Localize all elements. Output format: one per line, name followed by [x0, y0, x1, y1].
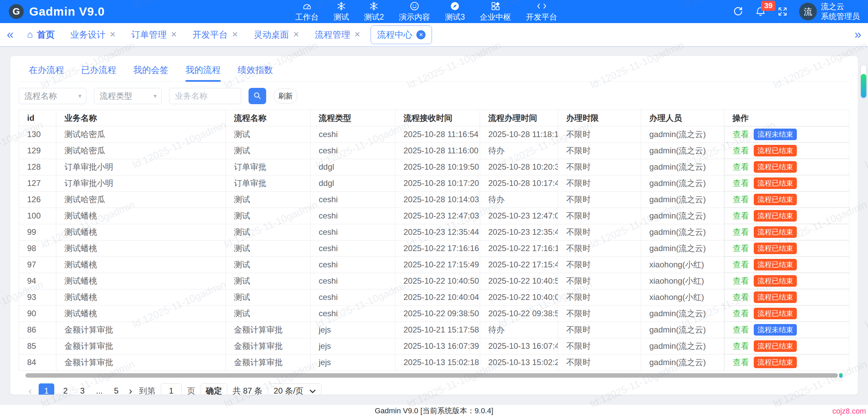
close-icon[interactable]: ✕ — [171, 30, 177, 39]
cell-flow-name: 金额计算审批 — [226, 354, 311, 371]
filter-bar: 流程名称 ▾ 流程类型 ▾ 刷新 — [19, 88, 849, 104]
table-row: 99 测试蟠桃 测试 ceshi 2025-10-23 12:35:44 202… — [19, 224, 849, 240]
cell-handled-time: 2025-10-22 17:16:16 — [480, 240, 558, 257]
content-card: 在办流程 已办流程 我的会签 我的流程 绩效指数 流程名称 ▾ 流程类型 ▾ — [10, 56, 858, 395]
cell-handler: gadmin(流之云) — [641, 224, 724, 240]
goto-label: 到第 — [139, 385, 155, 395]
nav-item-demo-content[interactable]: 演示内容 — [399, 1, 430, 22]
tabs-scroll-right-icon[interactable]: » — [854, 29, 861, 41]
tab-item[interactable]: 灵动桌面 ✕ — [248, 25, 304, 44]
close-icon[interactable]: ✕ — [293, 30, 299, 39]
tab-item[interactable]: 订单管理 ✕ — [126, 25, 182, 44]
prev-page-icon[interactable]: ‹ — [27, 385, 33, 395]
business-name-input[interactable] — [169, 88, 241, 104]
tab-item[interactable]: 业务设计 ✕ — [65, 25, 121, 44]
close-icon[interactable]: ✕ — [416, 30, 426, 39]
subtab-my-countersign[interactable]: 我的会签 — [133, 64, 169, 81]
view-link[interactable]: 查看 — [733, 324, 749, 335]
process-type-select[interactable]: 流程类型 ▾ — [94, 88, 162, 104]
nav-item-dev-platform[interactable]: 开发平台 — [526, 1, 557, 22]
nav-item-test3[interactable]: 测试3 — [445, 1, 465, 22]
cell-business-name: 测试蟠桃 — [56, 305, 226, 322]
page-button-5[interactable]: 5 — [111, 383, 122, 395]
cell-flow-name: 金额计算审批 — [226, 338, 311, 354]
process-table: id业务名称流程名称流程类型流程接收时间流程办理时间办理时限办理人员操作 130… — [19, 110, 849, 371]
goto-confirm-button[interactable]: 确定 — [201, 383, 227, 395]
tabs-scroll-left-icon[interactable]: « — [7, 29, 14, 41]
table-header-cell: 业务名称 — [56, 110, 226, 126]
page-size-select[interactable]: 20 条/页 — [268, 383, 321, 395]
nav-item-test[interactable]: 测试 — [334, 1, 349, 22]
cell-handler: xiaohong(小红) — [641, 273, 724, 289]
nav-item-test2[interactable]: 测试2 — [364, 1, 384, 22]
view-link[interactable]: 查看 — [733, 292, 749, 303]
subtab-active-processes[interactable]: 在办流程 — [29, 64, 64, 81]
user-menu[interactable]: 流 流之云 系统管理员 — [799, 2, 860, 21]
tab-item[interactable]: 流程管理 ✕ — [310, 25, 366, 44]
view-link[interactable]: 查看 — [733, 178, 749, 189]
cell-business-name: 测试蟠桃 — [56, 273, 226, 289]
cell-id: 100 — [19, 208, 56, 224]
subtab-done-processes[interactable]: 已办流程 — [81, 64, 116, 81]
process-name-select[interactable]: 流程名称 ▾ — [19, 88, 86, 104]
view-link[interactable]: 查看 — [733, 145, 749, 156]
tab-home[interactable]: ⌂ 首页 — [22, 25, 60, 44]
nav-item-enterprise-hub[interactable]: 企业中枢 — [480, 1, 511, 22]
cell-flow-type: jejs — [311, 338, 395, 354]
close-icon[interactable]: ✕ — [354, 30, 360, 39]
cell-id: 130 — [19, 126, 56, 143]
cell-business-name: 金额计算审批 — [56, 338, 226, 354]
cell-flow-name: 测试 — [226, 191, 311, 208]
table-row: 97 测试蟠桃 测试 ceshi 2025-10-22 17:15:49 202… — [19, 257, 849, 273]
subtab-performance-index[interactable]: 绩效指数 — [238, 64, 273, 81]
cell-handler: gadmin(流之云) — [641, 338, 724, 354]
table-row: 100 测试蟠桃 测试 ceshi 2025-10-23 12:47:03 20… — [19, 208, 849, 224]
cell-id: 97 — [19, 257, 56, 273]
horizontal-scrollbar-thumb[interactable] — [25, 373, 838, 378]
close-icon[interactable]: ✕ — [110, 30, 116, 39]
page-button-2[interactable]: 2 — [60, 383, 71, 395]
next-page-icon[interactable]: › — [127, 385, 134, 395]
view-link[interactable]: 查看 — [733, 276, 749, 286]
fullscreen-icon[interactable] — [777, 6, 788, 17]
cell-handled-time: 2025-10-22 09:38:50 — [480, 305, 558, 322]
refresh-button[interactable]: 刷新 — [274, 89, 297, 103]
view-link[interactable]: 查看 — [733, 341, 749, 352]
subtab-my-processes[interactable]: 我的流程 — [185, 64, 221, 81]
refresh-icon[interactable] — [733, 6, 744, 17]
view-link[interactable]: 查看 — [733, 194, 749, 205]
view-link[interactable]: 查看 — [733, 162, 749, 172]
cell-received-time: 2025-10-28 10:14:03 — [395, 191, 480, 208]
cell-flow-type: ceshi — [311, 240, 395, 257]
cell-id: 84 — [19, 354, 56, 371]
view-link[interactable]: 查看 — [733, 129, 749, 140]
table-header-cell: 操作 — [724, 110, 849, 126]
nav-item-workbench[interactable]: 工作台 — [295, 1, 319, 22]
vertical-scrollbar-thumb[interactable] — [861, 74, 866, 98]
view-link[interactable]: 查看 — [733, 259, 749, 270]
cell-flow-name: 测试 — [226, 224, 311, 240]
cell-id: 99 — [19, 224, 56, 240]
table-row: 98 测试蟠桃 测试 ceshi 2025-10-22 17:16:16 202… — [19, 240, 849, 257]
cell-time-limit: 不限时 — [558, 175, 641, 191]
table-header-cell: 流程办理时间 — [480, 110, 558, 126]
cell-time-limit: 不限时 — [558, 257, 641, 273]
page-ellipsis: ... — [94, 383, 105, 395]
page-button-1[interactable]: 1 — [39, 383, 54, 395]
search-button[interactable] — [249, 88, 266, 104]
view-link[interactable]: 查看 — [733, 243, 749, 254]
cell-handler: xiaohong(小红) — [641, 257, 724, 273]
view-link[interactable]: 查看 — [733, 308, 749, 319]
close-icon[interactable]: ✕ — [232, 30, 238, 39]
goto-page-input[interactable] — [161, 383, 182, 395]
notifications-bell-icon[interactable]: 39 — [755, 6, 766, 17]
view-link[interactable]: 查看 — [733, 210, 749, 221]
view-link[interactable]: 查看 — [733, 227, 749, 238]
tab-active-process-center[interactable]: 流程中心 ✕ — [371, 25, 432, 44]
cell-flow-name: 测试 — [226, 126, 311, 143]
tab-bar: « ⌂ 首页 业务设计 ✕ 订单管理 ✕ 开发平台 ✕ — [0, 23, 868, 47]
cell-received-time: 2025-10-28 11:16:54 — [395, 126, 480, 143]
view-link[interactable]: 查看 — [733, 357, 749, 368]
tab-item[interactable]: 开发平台 ✕ — [187, 25, 243, 44]
page-button-3[interactable]: 3 — [77, 383, 88, 395]
